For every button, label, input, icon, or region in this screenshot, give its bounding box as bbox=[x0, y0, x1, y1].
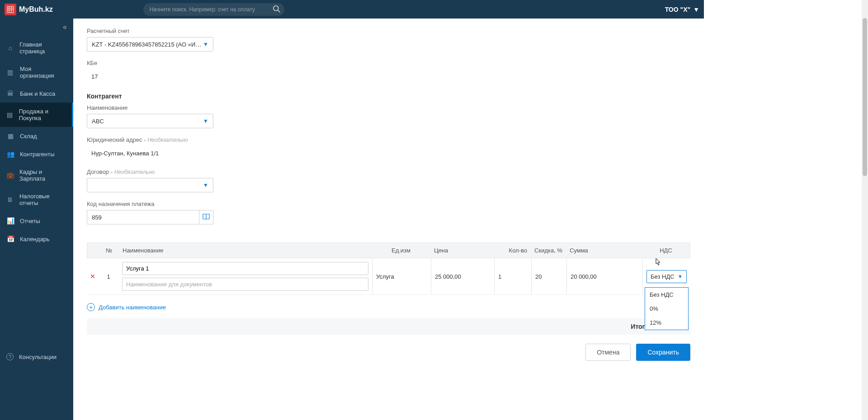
contragent-name-label: Наименование bbox=[87, 104, 213, 111]
add-row-button[interactable]: + Добавить наименование bbox=[87, 303, 690, 311]
row-qty[interactable]: 1 bbox=[494, 258, 531, 294]
search-icon[interactable] bbox=[273, 5, 281, 14]
paycode-label: Код назначения платежа bbox=[87, 201, 213, 207]
save-button[interactable]: Сохранить bbox=[636, 344, 690, 361]
row-sum: 20 000,00 bbox=[566, 258, 642, 294]
vat-option[interactable]: 0% bbox=[645, 302, 688, 316]
contract-select[interactable]: ▼ bbox=[87, 178, 213, 192]
cancel-button[interactable]: Отмена bbox=[585, 344, 631, 361]
book-icon bbox=[203, 214, 210, 221]
chevron-down-icon: ▼ bbox=[203, 41, 208, 47]
account-select[interactable]: KZT - KZ455678963457852215 (АО «Исламск…… bbox=[87, 37, 213, 51]
col-price: Цена bbox=[430, 243, 494, 258]
briefcase-icon: 💼 bbox=[6, 172, 14, 179]
calendar-icon: 📅 bbox=[6, 235, 14, 243]
sidebar-item-label: Склад bbox=[20, 133, 37, 140]
sidebar-item-label: Банк и Касса bbox=[20, 90, 55, 97]
vat-option[interactable]: Без НДС bbox=[645, 288, 688, 302]
row-docname-input[interactable] bbox=[122, 278, 368, 291]
sidebar-item-sales[interactable]: ▤ Продажа и Покупка bbox=[0, 103, 73, 127]
chart-icon: 📊 bbox=[6, 217, 14, 224]
sidebar-item-home[interactable]: ⌂ Главная страница bbox=[0, 36, 73, 60]
paycode-lookup-button[interactable] bbox=[199, 210, 213, 224]
contract-label: Договор - Необязательно bbox=[87, 168, 213, 175]
vat-option[interactable]: 12% bbox=[645, 316, 688, 330]
sidebar-item-label: Продажа и Покупка bbox=[19, 108, 66, 121]
items-table: № Наименование Ед.изм Цена Кол-во Скидка… bbox=[87, 243, 690, 295]
sidebar-item-label: Календарь bbox=[20, 236, 50, 243]
sidebar-collapse-button[interactable]: « bbox=[0, 19, 73, 36]
delete-row-button[interactable]: ✕ bbox=[90, 273, 95, 280]
logo-icon bbox=[5, 4, 16, 15]
vat-value: Без НДС bbox=[651, 273, 675, 280]
kbe-label: КБе bbox=[87, 60, 213, 66]
col-qty: Кол-во bbox=[494, 243, 531, 258]
form-actions: Отмена Сохранить bbox=[87, 344, 690, 361]
chevron-down-icon: ▼ bbox=[203, 182, 208, 188]
org-name: ТОО "X" bbox=[665, 6, 691, 13]
svg-rect-0 bbox=[7, 6, 14, 13]
svg-line-6 bbox=[278, 10, 280, 12]
plus-icon: + bbox=[87, 303, 95, 311]
sidebar-item-reports[interactable]: 📊 Отчеты bbox=[0, 212, 73, 230]
contragent-name-value: ABC bbox=[92, 118, 104, 125]
search-wrapper bbox=[143, 3, 284, 16]
col-unit: Ед.изм bbox=[372, 243, 430, 258]
sidebar-item-label: Кадры и Зарплата bbox=[19, 168, 67, 182]
account-label: Расчетный счет bbox=[87, 28, 213, 34]
bank-icon: 🏛 bbox=[6, 90, 14, 97]
paycode-input[interactable]: 859 bbox=[87, 210, 199, 224]
table-header: № Наименование Ед.изм Цена Кол-во Скидка… bbox=[87, 243, 690, 258]
chevron-down-icon: ▼ bbox=[693, 6, 699, 13]
sidebar-item-contragents[interactable]: 👥 Контрагенты bbox=[0, 145, 73, 163]
account-value: KZT - KZ455678963457852215 (АО «Исламск… bbox=[92, 41, 203, 48]
app-header: MyBuh.kz ТОО "X" ▼ bbox=[0, 0, 704, 19]
sidebar-item-calendar[interactable]: 📅 Календарь bbox=[0, 230, 73, 248]
paycode-value: 859 bbox=[92, 214, 102, 221]
cursor-icon bbox=[654, 258, 661, 267]
add-row-label: Добавить наименование bbox=[99, 304, 166, 311]
search-input[interactable] bbox=[143, 3, 284, 16]
sidebar-nav: ⌂ Главная страница ▥ Моя организация 🏛 Б… bbox=[0, 36, 73, 248]
app-logo[interactable]: MyBuh.kz bbox=[5, 4, 53, 15]
sidebar-item-bank[interactable]: 🏛 Банк и Касса bbox=[0, 84, 73, 103]
row-price[interactable]: 25 000,00 bbox=[431, 258, 494, 294]
sidebar-item-hr[interactable]: 💼 Кадры и Зарплата bbox=[0, 163, 73, 187]
building-icon: ▥ bbox=[6, 69, 14, 76]
kbe-value: 17 bbox=[87, 69, 213, 84]
col-sum: Сумма bbox=[566, 243, 642, 258]
sidebar-item-label: Налоговые отчеты bbox=[19, 193, 67, 206]
scrollbar-thumb[interactable] bbox=[863, 18, 867, 176]
sidebar-item-tax[interactable]: 🗎 Налоговые отчеты bbox=[0, 187, 73, 212]
row-disc[interactable]: 20 bbox=[531, 258, 566, 294]
col-num: № bbox=[99, 243, 119, 258]
sidebar-item-warehouse[interactable]: ▦ Склад bbox=[0, 127, 73, 145]
scrollbar[interactable] bbox=[862, 0, 868, 420]
address-value: Нур-Султан, Кунаева 1/1 bbox=[87, 146, 213, 160]
sidebar-item-label: Главная страница bbox=[19, 41, 67, 55]
warehouse-icon: ▦ bbox=[6, 132, 14, 140]
col-vat: НДС bbox=[642, 243, 690, 258]
total-row: Итого 20 000,00 bbox=[87, 318, 690, 335]
app-name: MyBuh.kz bbox=[19, 5, 53, 14]
sidebar-item-label: Контрагенты bbox=[20, 151, 55, 158]
people-icon: 👥 bbox=[6, 150, 14, 158]
contragent-name-select[interactable]: ABC ▼ bbox=[87, 114, 213, 128]
chevron-down-icon: ▼ bbox=[203, 118, 208, 124]
home-icon: ⌂ bbox=[6, 44, 14, 51]
sidebar: « ⌂ Главная страница ▥ Моя организация 🏛… bbox=[0, 19, 73, 420]
row-name-input[interactable] bbox=[122, 262, 368, 275]
sidebar-item-org[interactable]: ▥ Моя организация bbox=[0, 60, 73, 84]
col-disc: Скидка, % bbox=[531, 243, 566, 258]
document-icon: 🗎 bbox=[6, 196, 14, 203]
org-selector[interactable]: ТОО "X" ▼ bbox=[665, 6, 699, 13]
sidebar-item-help[interactable]: ? Консультации bbox=[0, 348, 73, 366]
row-num: 1 bbox=[99, 258, 118, 294]
section-contragent-title: Контрагент bbox=[87, 93, 690, 100]
vat-select[interactable]: Без НДС ▼ bbox=[646, 270, 687, 283]
svg-point-5 bbox=[273, 5, 278, 10]
row-unit[interactable]: Услуга bbox=[372, 258, 431, 294]
sidebar-item-label: Отчеты bbox=[20, 218, 40, 224]
sidebar-item-label: Консультации bbox=[19, 354, 57, 360]
chevron-down-icon: ▼ bbox=[678, 274, 683, 279]
